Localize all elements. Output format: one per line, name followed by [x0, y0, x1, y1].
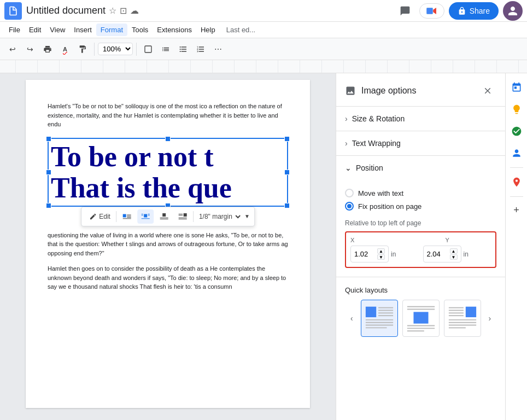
layout-item-1[interactable]: [361, 300, 398, 337]
wrap-text-button[interactable]: [137, 209, 154, 224]
layout-item-3[interactable]: [444, 300, 481, 337]
paint-format-button[interactable]: [74, 41, 91, 57]
sidebar-notes-icon[interactable]: [507, 100, 526, 119]
handle-middle-left[interactable]: [46, 170, 51, 175]
y-value: 2.04: [427, 250, 441, 258]
x-spinners: ▲ ▼: [377, 248, 385, 260]
handle-top-center[interactable]: [165, 136, 171, 142]
position-section: ⌄ Position Move with text Fix position o…: [336, 156, 505, 277]
list-button[interactable]: [175, 41, 191, 57]
doc-icon: [4, 2, 22, 20]
handle-middle-right[interactable]: [284, 170, 290, 175]
sidebar-contacts-icon[interactable]: [507, 143, 526, 163]
y-input[interactable]: 2.04 ▲ ▼: [423, 246, 461, 262]
x-spin-up[interactable]: ▲: [377, 248, 385, 254]
fix-position-radio[interactable]: [345, 202, 354, 211]
drive-icon[interactable]: ⊡: [120, 5, 127, 16]
document-page: Hamlet's "To be or not to be" soliloquy …: [26, 80, 310, 408]
quick-layouts-title: Quick layouts: [345, 286, 496, 294]
svg-rect-19: [183, 213, 186, 217]
zoom-select[interactable]: 100% 75% 125% 150%: [98, 43, 133, 55]
sidebar-tasks-icon[interactable]: [507, 121, 526, 141]
ruler-inner: [15, 60, 527, 73]
menu-view[interactable]: View: [45, 24, 69, 36]
size-rotation-header[interactable]: › Size & Rotation: [336, 107, 505, 131]
document-title[interactable]: Untitled document: [26, 5, 106, 16]
panel-header: Image options: [336, 73, 505, 107]
text-wrapping-header[interactable]: › Text Wrapping: [336, 131, 505, 155]
wrap-inline-button[interactable]: [119, 209, 135, 224]
xy-inputs: 1.02 ▲ ▼ in 2.04: [350, 246, 491, 262]
fix-position-option[interactable]: Fix position on page: [345, 200, 496, 213]
user-avatar[interactable]: [503, 1, 523, 21]
x-input-group: 1.02 ▲ ▼ in: [350, 246, 419, 262]
more-button[interactable]: ⋯: [210, 41, 226, 57]
align-button[interactable]: [157, 41, 174, 57]
y-spin-up[interactable]: ▲: [450, 248, 458, 254]
menu-file[interactable]: File: [4, 24, 25, 36]
text-wrapping-chevron: ›: [345, 139, 348, 148]
carousel-next-button[interactable]: ›: [483, 311, 497, 326]
sidebar-add-button[interactable]: +: [508, 201, 525, 219]
star-icon[interactable]: ☆: [109, 5, 116, 16]
spelling-button[interactable]: A: [57, 41, 73, 57]
fix-position-label: Fix position on page: [358, 202, 421, 211]
wrap-break-button[interactable]: [156, 209, 172, 224]
sidebar-calendar-icon[interactable]: [507, 78, 526, 97]
xy-labels: X Y: [350, 237, 491, 243]
handle-bottom-left[interactable]: [46, 203, 51, 208]
big-text-line1: To be or not t: [51, 141, 285, 172]
sidebar-right: +: [505, 73, 527, 420]
meet-button[interactable]: [419, 3, 444, 19]
menu-insert[interactable]: Insert: [69, 24, 96, 36]
move-with-text-option[interactable]: Move with text: [345, 186, 496, 200]
handle-top-left[interactable]: [46, 136, 51, 142]
toolbar-divider-2: [136, 43, 137, 56]
panel-close-button[interactable]: [479, 82, 496, 100]
share-button[interactable]: Share: [449, 2, 499, 20]
menu-extensions[interactable]: Extensions: [153, 24, 196, 36]
svg-rect-16: [162, 213, 166, 217]
handle-top-right[interactable]: [284, 136, 290, 142]
y-input-group: 2.04 ▲ ▼ in: [423, 246, 491, 262]
big-text-line2: That is the que: [51, 172, 285, 203]
x-spin-down[interactable]: ▼: [377, 254, 385, 260]
handle-bottom-right[interactable]: [284, 203, 290, 208]
position-header[interactable]: ⌄ Position: [336, 156, 505, 180]
menu-edit[interactable]: Edit: [25, 24, 45, 36]
text-wrapping-section: › Text Wrapping: [336, 131, 505, 156]
menu-bar: File Edit View Insert Format Tools Exten…: [0, 22, 527, 38]
svg-rect-39: [465, 307, 476, 317]
svg-rect-4: [145, 46, 151, 52]
comment-button[interactable]: [395, 1, 415, 21]
carousel-prev-button[interactable]: ‹: [345, 311, 359, 326]
menu-format[interactable]: Format: [96, 24, 127, 36]
move-with-text-label: Move with text: [358, 189, 403, 197]
print-button[interactable]: [39, 41, 56, 57]
move-with-text-radio[interactable]: [345, 189, 354, 197]
numbered-list-button[interactable]: [192, 41, 209, 57]
print-layout-button[interactable]: [140, 41, 156, 57]
edit-image-button[interactable]: Edit: [86, 211, 114, 223]
sidebar-maps-icon[interactable]: [507, 172, 526, 192]
layout-item-2[interactable]: [402, 300, 440, 337]
xy-container: X Y 1.02 ▲ ▼ in: [345, 231, 496, 268]
image-icon: [345, 85, 356, 96]
y-spin-down[interactable]: ▼: [450, 254, 458, 260]
doc-title-area: Untitled document ☆ ⊡ ☁: [26, 5, 139, 16]
undo-button[interactable]: ↩: [4, 41, 21, 57]
position-options: Move with text Fix position on page: [345, 186, 496, 213]
top-bar: Untitled document ☆ ⊡ ☁ Share: [0, 0, 527, 22]
svg-rect-5: [122, 214, 126, 217]
wrap-float-button[interactable]: [174, 209, 191, 224]
last-edit-text: Last ed...: [226, 26, 255, 34]
selected-image[interactable]: To be or not t That is the que: [48, 138, 288, 207]
x-value: 1.02: [354, 250, 368, 258]
margin-select[interactable]: 1/8" margin 1/4" margin No margin: [196, 210, 242, 223]
menu-help[interactable]: Help: [196, 24, 220, 36]
x-input[interactable]: 1.02 ▲ ▼: [350, 246, 389, 262]
menu-tools[interactable]: Tools: [127, 24, 153, 36]
image-container: To be or not t That is the que Edit: [48, 138, 288, 207]
redo-button[interactable]: ↪: [22, 41, 38, 57]
cloud-icon[interactable]: ☁: [130, 5, 139, 16]
